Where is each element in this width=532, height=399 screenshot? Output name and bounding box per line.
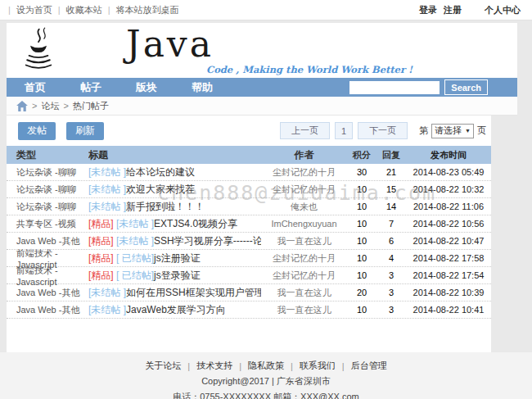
post-title-link[interactable]: js注册验证 bbox=[154, 252, 201, 264]
separator: | bbox=[108, 5, 110, 15]
separator: | bbox=[291, 361, 293, 371]
refresh-button[interactable]: 刷新 bbox=[66, 122, 104, 140]
post-author: 尘封记忆的十月 bbox=[261, 270, 347, 282]
next-page-button[interactable]: 下一页 bbox=[358, 122, 408, 139]
post-title-cell: [未结帖 ]如何在用SSH框架实现用户管理系统时，在登录界面... bbox=[88, 286, 261, 300]
post-title-link[interactable]: JavaWeb发展学习方向 bbox=[126, 304, 226, 315]
post-title-link[interactable]: 如何在用SSH框架实现用户管理系统时，在登录界面... bbox=[126, 287, 261, 298]
post-author: ImChengxuyuan bbox=[261, 219, 347, 229]
footer-link-contact[interactable]: 联系我们 bbox=[300, 360, 336, 372]
page-select-dropdown[interactable]: 请选择 ▼ bbox=[431, 124, 474, 138]
register-link[interactable]: 注册 bbox=[444, 4, 462, 16]
table-row[interactable]: Java Web -其他[未结帖 ]如何在用SSH框架实现用户管理系统时，在登录… bbox=[7, 284, 491, 302]
status-tag: [ 已结帖] bbox=[116, 252, 154, 264]
column-header-time: 发布时间 bbox=[406, 149, 491, 161]
topbar-account-links: 登录 注册 个人中心 bbox=[419, 4, 521, 16]
post-type: 论坛杂谈 -聊聊 bbox=[7, 201, 88, 213]
post-replies: 3 bbox=[376, 288, 406, 297]
premium-tag: [精品] bbox=[88, 218, 116, 229]
table-row[interactable]: 论坛杂谈 -聊聊[未结帖 ]新手报到啦！！！俺来也10142014-08-22 … bbox=[7, 198, 491, 215]
post-author: 我一直在这儿 bbox=[261, 304, 347, 316]
site-header: Java Code , Making the World Work Better… bbox=[7, 23, 517, 78]
post-title-cell: [精品] [未结帖 ]SSH学习视屏分享------论坛开张推出的优惠哦 ... bbox=[88, 234, 261, 248]
post-replies: 14 bbox=[376, 202, 406, 211]
jump-suffix-label: 页 bbox=[477, 125, 486, 137]
table-body: 论坛杂谈 -聊聊[未结帖 ]给本论坛的建议尘封记忆的十月30212014-08-… bbox=[7, 164, 491, 319]
home-icon[interactable] bbox=[16, 101, 28, 111]
post-points: 30 bbox=[347, 167, 376, 177]
table-row[interactable]: 共享专区 -视频[精品] [未结帖 ]EXTJS4.0视频分享ImChengxu… bbox=[7, 215, 491, 233]
footer-links: 关于论坛 | 技术支持 | 隐私政策 | 联系我们 | 后台管理 bbox=[145, 360, 386, 372]
table-row[interactable]: 前端技术 -Javascript[精品] [ 已结帖]js登录验证尘封记忆的十月… bbox=[7, 267, 491, 284]
status-tag: [未结帖 ] bbox=[88, 166, 126, 178]
status-tag: [未结帖 ] bbox=[88, 287, 126, 298]
column-header-replies: 回复 bbox=[376, 149, 406, 161]
table-row[interactable]: 论坛杂谈 -聊聊[未结帖 ]给本论坛的建议尘封记忆的十月30212014-08-… bbox=[7, 164, 491, 181]
post-points: 10 bbox=[347, 270, 376, 280]
table-row[interactable]: 论坛杂谈 -聊聊[未结帖 ]欢迎大家来找茬尘封记忆的十月10152014-08-… bbox=[7, 181, 491, 198]
post-title-cell: [未结帖 ]给本论坛的建议 bbox=[88, 165, 261, 179]
breadcrumb-hot-posts[interactable]: 热门帖子 bbox=[73, 100, 109, 112]
premium-tag: [精品] bbox=[88, 235, 116, 247]
status-tag: [未结帖 ] bbox=[116, 218, 154, 229]
java-coffee-logo-icon bbox=[20, 27, 57, 76]
post-title-cell: [未结帖 ]欢迎大家来找茬 bbox=[88, 183, 261, 197]
post-points: 10 bbox=[347, 219, 376, 229]
breadcrumb-forum[interactable]: 论坛 bbox=[41, 100, 59, 112]
prev-page-button[interactable]: 上一页 bbox=[280, 122, 330, 139]
topbar: | 设为首页 | 收藏本站 | 将本站放到桌面 登录 注册 个人中心 bbox=[0, 0, 532, 20]
footer-link-about[interactable]: 关于论坛 bbox=[145, 360, 181, 372]
post-title-link[interactable]: 新手报到啦！！！ bbox=[126, 201, 205, 212]
nav-item-home[interactable]: 首页 bbox=[25, 80, 62, 95]
desktop-shortcut-link[interactable]: 将本站放到桌面 bbox=[116, 4, 179, 16]
premium-tag: [精品] bbox=[88, 270, 116, 281]
login-link[interactable]: 登录 bbox=[419, 4, 437, 16]
post-points: 20 bbox=[347, 288, 376, 297]
pagination: 上一页 1 下一页 第 请选择 ▼ 页 bbox=[280, 122, 486, 139]
post-time: 2014-08-22 10:47 bbox=[406, 236, 491, 246]
breadcrumb: > 论坛 > 热门帖子 bbox=[7, 97, 517, 116]
content-area: 发帖 刷新 上一页 1 下一页 第 请选择 ▼ 页 类型 标题 作者 积分 bbox=[7, 116, 491, 352]
post-author: 尘封记忆的十月 bbox=[261, 252, 347, 265]
post-title-link[interactable]: 欢迎大家来找茬 bbox=[126, 184, 195, 195]
post-title-link[interactable]: 给本论坛的建议 bbox=[126, 166, 195, 178]
post-type: 论坛杂谈 -聊聊 bbox=[7, 166, 88, 179]
search-button[interactable]: Search bbox=[444, 79, 488, 95]
footer-contact-info: 电话：0755-XXXXXXXX 邮箱：XXX@XX.com bbox=[0, 391, 532, 399]
table-header: 类型 标题 作者 积分 回复 发布时间 bbox=[7, 146, 491, 164]
post-time: 2014-08-22 17:58 bbox=[406, 253, 491, 263]
personal-center-link[interactable]: 个人中心 bbox=[485, 4, 521, 16]
bookmark-site-link[interactable]: 收藏本站 bbox=[66, 4, 102, 16]
premium-tag: [精品] bbox=[88, 252, 116, 264]
separator: | bbox=[342, 361, 345, 371]
post-replies: 15 bbox=[376, 184, 406, 194]
page-number-button[interactable]: 1 bbox=[335, 122, 353, 139]
post-time: 2014-08-22 10:32 bbox=[406, 184, 491, 194]
search-input[interactable] bbox=[349, 81, 440, 94]
post-time: 2014-08-22 17:54 bbox=[406, 270, 491, 280]
post-replies: 21 bbox=[376, 167, 406, 177]
footer-link-privacy[interactable]: 隐私政策 bbox=[248, 360, 284, 372]
nav-item-posts[interactable]: 帖子 bbox=[80, 80, 118, 95]
nav-item-boards[interactable]: 版块 bbox=[136, 80, 174, 95]
page-jump: 第 请选择 ▼ 页 bbox=[419, 124, 486, 138]
new-post-button[interactable]: 发帖 bbox=[18, 122, 56, 140]
post-title-link[interactable]: EXTJS4.0视频分享 bbox=[154, 218, 237, 229]
list-toolbar: 发帖 刷新 上一页 1 下一页 第 请选择 ▼ 页 bbox=[7, 116, 491, 146]
post-type: 前端技术 -Javascript bbox=[7, 265, 88, 287]
post-points: 10 bbox=[347, 305, 376, 315]
column-header-type: 类型 bbox=[7, 148, 88, 162]
nav-item-help[interactable]: 帮助 bbox=[192, 80, 229, 95]
post-type: Java Web -其他 bbox=[7, 235, 88, 247]
table-row[interactable]: Java Web -其他[未结帖 ]JavaWeb发展学习方向我一直在这儿103… bbox=[7, 302, 491, 319]
post-type: 共享专区 -视频 bbox=[7, 218, 88, 230]
site-footer: 关于论坛 | 技术支持 | 隐私政策 | 联系我们 | 后台管理 Copyrig… bbox=[0, 352, 532, 399]
separator: | bbox=[58, 5, 61, 15]
set-homepage-link[interactable]: 设为首页 bbox=[16, 4, 52, 16]
footer-link-admin[interactable]: 后台管理 bbox=[351, 360, 387, 372]
post-title-link[interactable]: js登录验证 bbox=[154, 270, 201, 281]
post-title-link[interactable]: SSH学习视屏分享------论坛开张推出的优惠哦 ... bbox=[154, 235, 261, 247]
post-replies: 4 bbox=[376, 253, 406, 263]
footer-link-support[interactable]: 技术支持 bbox=[196, 360, 232, 372]
separator: | bbox=[187, 361, 190, 371]
